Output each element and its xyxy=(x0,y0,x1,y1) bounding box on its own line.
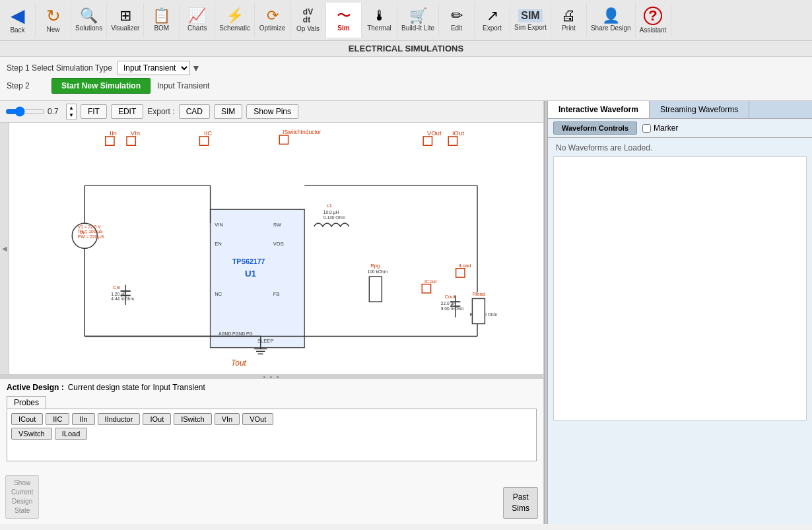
toolbar-share-design[interactable]: 👤 Share Design xyxy=(587,3,636,38)
probe-iload[interactable]: ILoad xyxy=(55,428,88,440)
edit-button[interactable]: EDIT xyxy=(111,104,143,119)
step2-description: Input Transient xyxy=(157,81,209,90)
svg-text:VOut: VOut xyxy=(427,129,442,137)
active-design-row: Active Design : Current design state for… xyxy=(7,383,537,392)
new-icon: ↻ xyxy=(46,7,61,24)
charts-icon: 📈 xyxy=(188,9,206,23)
toolbar-sim-label: Sim xyxy=(337,24,349,32)
tab-streaming-waveforms[interactable]: Streaming Waveforms xyxy=(650,101,749,118)
svg-text:SW: SW xyxy=(273,222,282,228)
thermal-icon: 🌡 xyxy=(372,9,387,23)
schematic-svg: IIn VIn IIC ISwitchInductor VOut IOut Vi… xyxy=(9,123,543,374)
sim-export-icon: SIM xyxy=(518,9,542,22)
step2-label: Step 2 xyxy=(7,81,46,90)
probe-vswitch[interactable]: VSwitch xyxy=(11,428,52,440)
share-design-icon: 👤 xyxy=(602,9,620,23)
waveform-controls-button[interactable]: Waveform Controls xyxy=(553,121,637,135)
probes-area: ICout IIC IIn IInductor IOut ISwitch VIn… xyxy=(7,409,537,461)
step1-label: Step 1 Select Simulation Type xyxy=(7,63,112,73)
cad-button[interactable]: CAD xyxy=(179,104,210,119)
probe-iinductor[interactable]: IInductor xyxy=(98,413,141,425)
svg-text:FB: FB xyxy=(273,291,280,297)
svg-text:IIC: IIC xyxy=(204,129,212,137)
svg-text:VOS: VOS xyxy=(273,241,284,247)
toolbar-back[interactable]: ◀ Back xyxy=(0,3,36,38)
toolbar-print-label: Print xyxy=(562,24,576,32)
svg-text:100 kOhm: 100 kOhm xyxy=(367,270,388,275)
probe-vin[interactable]: VIn xyxy=(215,413,240,425)
toolbar-print[interactable]: 🖨 Print xyxy=(551,3,587,38)
left-scroll-indicator[interactable]: ◀ xyxy=(0,123,9,374)
show-pins-button[interactable]: Show Pins xyxy=(246,104,298,119)
svg-text:TPS62177: TPS62177 xyxy=(232,258,265,265)
probe-iin[interactable]: IIn xyxy=(72,413,94,425)
tab-interactive-waveform[interactable]: Interactive Waveform xyxy=(548,101,650,118)
past-sims-button[interactable]: Past Sims xyxy=(503,487,538,519)
toolbar-export[interactable]: ↗ Export xyxy=(475,3,510,38)
svg-text:U1: U1 xyxy=(245,269,257,279)
probe-iout[interactable]: IOut xyxy=(143,413,171,425)
right-panel: Interactive Waveform Streaming Waveforms… xyxy=(548,101,812,524)
build-it-lite-icon: 🛒 xyxy=(409,9,427,23)
show-design-state-button[interactable]: Show Current Design State xyxy=(5,475,39,519)
toolbar-assistant-label: Assistant xyxy=(640,26,667,34)
probe-vout[interactable]: VOut xyxy=(242,413,273,425)
svg-text:L1: L1 xyxy=(327,203,332,209)
toolbar-opvals[interactable]: dVdt Op Vals xyxy=(290,3,326,38)
svg-text:0.130 Ohm: 0.130 Ohm xyxy=(323,215,345,220)
toolbar-sim-export[interactable]: SIM Sim Export xyxy=(510,3,551,38)
bottom-panel: Active Design : Current design state for… xyxy=(0,379,543,524)
toolbar-thermal[interactable]: 🌡 Thermal xyxy=(362,3,397,38)
start-simulation-button[interactable]: Start New Simulation xyxy=(51,78,151,94)
svg-text:V1 = 22.5 V: V1 = 22.5 V xyxy=(78,224,102,229)
svg-rect-18 xyxy=(211,210,305,348)
svg-text:Rload: Rload xyxy=(472,291,485,297)
toolbar-build-it-lite[interactable]: 🛒 Build-It Lite xyxy=(397,3,439,38)
probe-iic[interactable]: IIC xyxy=(46,413,69,425)
toolbar-edit[interactable]: ✏ Edit xyxy=(439,3,475,38)
zoom-down-button[interactable]: ▼ xyxy=(67,112,76,119)
toolbar-bom[interactable]: 📋 BOM xyxy=(144,3,180,38)
svg-text:Cout: Cout xyxy=(445,294,456,300)
marker-checkbox[interactable] xyxy=(642,124,651,133)
schematic-icon: ⚡ xyxy=(226,9,244,23)
zoom-control: 0.7 ▲ ▼ xyxy=(5,104,77,119)
toolbar-visualizer[interactable]: ⊞ Visualizer xyxy=(107,3,144,38)
zoom-spinner: ▲ ▼ xyxy=(66,104,77,119)
toolbar-schematic-label: Schematic xyxy=(219,24,250,32)
toolbar-sim-export-label: Sim Export xyxy=(514,24,547,31)
svg-text:SLEEP: SLEEP xyxy=(257,338,274,344)
svg-text:ISwitchInductor: ISwitchInductor xyxy=(283,129,321,136)
probe-iswitch[interactable]: ISwitch xyxy=(174,413,211,425)
zoom-up-button[interactable]: ▲ xyxy=(67,104,76,112)
waveform-controls-bar: Waveform Controls Marker xyxy=(548,119,812,138)
svg-text:Rpg: Rpg xyxy=(370,263,380,269)
toolbar-schematic[interactable]: ⚡ Schematic xyxy=(215,3,255,38)
svg-text:VIn: VIn xyxy=(131,129,140,137)
sim-button[interactable]: SIM xyxy=(214,104,242,119)
probe-chips: ICout IIC IIn IInductor IOut ISwitch VIn… xyxy=(11,413,532,425)
simulation-type-select[interactable]: Input Transient AC DC Transient Noise xyxy=(118,61,190,75)
toolbar-charts[interactable]: 📈 Charts xyxy=(180,3,215,38)
probes-tab[interactable]: Probes xyxy=(7,396,46,409)
export-icon: ↗ xyxy=(487,9,498,23)
svg-text:VIN: VIN xyxy=(215,222,223,228)
waveform-display-area xyxy=(553,156,807,420)
print-icon: 🖨 xyxy=(561,9,576,23)
toolbar-solutions[interactable]: 🔍 Solutions xyxy=(71,3,107,38)
active-design-description: Current design state for Input Transient xyxy=(68,383,205,392)
zoom-slider[interactable] xyxy=(5,106,45,117)
toolbar-new[interactable]: ↻ New xyxy=(36,3,71,38)
toolbar-optimize[interactable]: ⟳ Optimize xyxy=(255,3,290,38)
toolbar-share-design-label: Share Design xyxy=(591,24,631,32)
optimize-icon: ⟳ xyxy=(267,9,279,23)
visualizer-icon: ⊞ xyxy=(119,9,131,23)
fit-button[interactable]: FIT xyxy=(81,104,107,119)
probe-icout[interactable]: ICout xyxy=(11,413,43,425)
toolbar-sim[interactable]: 〜 Sim xyxy=(326,3,362,38)
no-waveforms-message: No Waveforms are Loaded. xyxy=(551,141,809,155)
marker-label: Marker xyxy=(654,123,678,133)
toolbar-assistant[interactable]: ? Assistant xyxy=(636,3,671,38)
steps-area: Step 1 Select Simulation Type Input Tran… xyxy=(0,57,812,101)
svg-rect-40 xyxy=(369,277,382,302)
